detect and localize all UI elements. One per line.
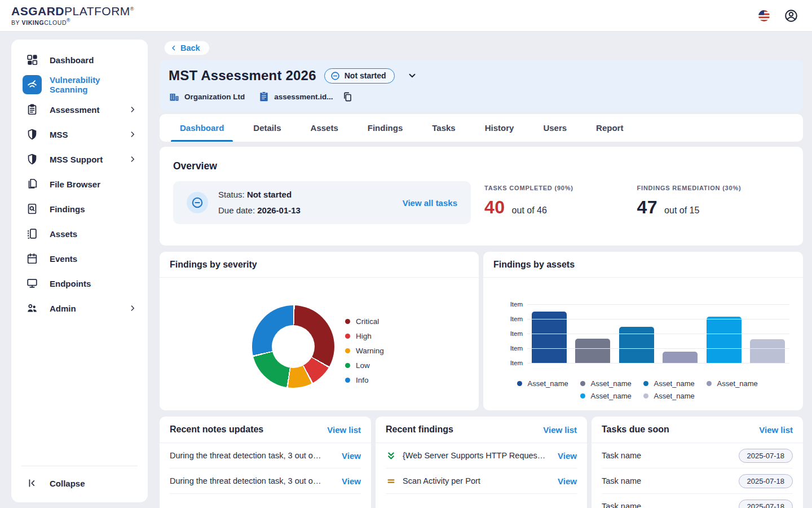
- brand-asgard: ASGARD: [11, 5, 64, 17]
- page-title: MST Assessment 2026: [169, 68, 316, 84]
- note-view-link[interactable]: View: [342, 476, 361, 486]
- tab-dashboard[interactable]: Dashboard: [165, 114, 239, 142]
- severity-medium-icon: [386, 476, 396, 486]
- sidebar-item-dashboard[interactable]: Dashboard: [17, 47, 142, 72]
- dashboard-icon: [23, 50, 42, 69]
- sidebar-item-admin[interactable]: Admin: [17, 296, 142, 321]
- tasks-view-list-link[interactable]: View list: [759, 425, 793, 435]
- asset-legend-item: Asset_name: [643, 377, 707, 389]
- events-icon: [23, 249, 42, 268]
- task-due-date-badge: 2025-07-18: [739, 500, 793, 508]
- status-panel: Status: Not started Due date: 2026-01-13…: [173, 181, 471, 224]
- stat-label: TASKS COMPLETED (90%): [484, 185, 637, 191]
- sidebar-collapse-button[interactable]: Collapse: [17, 471, 142, 496]
- note-row: During the threat detection task, 3 out …: [170, 443, 361, 468]
- sidebar-item-vulnerability-scanning[interactable]: Vulnerability Scanning: [17, 72, 142, 97]
- sidebar-item-label: Assessment: [50, 105, 121, 115]
- overview-title: Overview: [173, 160, 789, 172]
- severity-legend-item: High: [345, 329, 384, 343]
- severity-low-icon: [386, 451, 396, 461]
- back-button[interactable]: Back: [164, 41, 210, 55]
- recent-findings-card: Recent findings View list {Web Server Su…: [376, 417, 587, 508]
- task-row: Task name2025-07-18: [602, 443, 793, 468]
- stat-label: FINDINGS REMEDIATION (30%): [637, 185, 790, 191]
- y-axis-tick-label: Item: [510, 301, 523, 308]
- findings-by-severity-card: Findings by severity CriticalHighWarning…: [160, 252, 479, 410]
- finding-row: Scan Activity per PortView: [386, 468, 577, 494]
- asset-bar[interactable]: [663, 352, 698, 363]
- severity-legend-item: Warning: [345, 343, 384, 358]
- assessment-id-value: assessment.id...: [274, 93, 333, 101]
- tab-details[interactable]: Details: [239, 114, 295, 142]
- asset-legend-item: Asset_name: [580, 389, 643, 402]
- legend-dot: [517, 381, 522, 386]
- tab-findings[interactable]: Findings: [353, 114, 418, 142]
- sidebar-item-file-browser[interactable]: File Browser: [17, 172, 142, 196]
- organization-meta: Organization Ltd: [169, 91, 245, 102]
- chevron-right-icon: [129, 130, 136, 138]
- tab-users[interactable]: Users: [528, 114, 581, 142]
- task-row: Task name2025-07-18: [602, 494, 793, 508]
- sidebar-item-label: Dashboard: [50, 55, 136, 65]
- admin-icon: [23, 299, 42, 318]
- stat-tasks-completed: TASKS COMPLETED (90%) 40 out of 46: [484, 185, 637, 218]
- assets-legend: Asset_nameAsset_nameAsset_nameAsset_name…: [502, 377, 784, 402]
- assessment-id-icon: [258, 91, 270, 102]
- status-badge[interactable]: Not started: [324, 68, 395, 84]
- sidebar-item-assessment[interactable]: Assessment: [17, 97, 142, 122]
- account-icon[interactable]: [784, 8, 798, 23]
- asset-bar[interactable]: [575, 339, 610, 363]
- gridline: [527, 319, 789, 319]
- severity-donut-chart: [252, 305, 334, 388]
- legend-dot: [345, 348, 350, 353]
- tab-assets[interactable]: Assets: [296, 114, 353, 142]
- legend-dot: [345, 363, 350, 368]
- legend-label: Critical: [356, 317, 379, 326]
- language-flag-icon[interactable]: [757, 8, 771, 23]
- chevron-down-icon[interactable]: [407, 71, 417, 81]
- due-date-label: Due date:: [218, 205, 255, 215]
- sidebar-item-assets[interactable]: Assets: [17, 221, 142, 246]
- gridline: [527, 363, 789, 364]
- sidebar-divider: [21, 466, 138, 466]
- legend-label: Asset_name: [654, 392, 695, 400]
- task-row: Task name2025-07-18: [602, 468, 793, 494]
- status-badge-label: Not started: [345, 71, 386, 80]
- asset-bar[interactable]: [707, 317, 742, 363]
- recent-findings-view-list-link[interactable]: View list: [543, 425, 577, 435]
- sidebar-item-endpoints[interactable]: Endpoints: [17, 271, 142, 296]
- sidebar-item-label: Vulnerability Scanning: [50, 75, 136, 94]
- assessment-banner: MST Assessment 2026 Not started Organiza…: [160, 60, 803, 111]
- sidebar-item-label: Endpoints: [50, 279, 136, 288]
- asset-legend-item: Asset_name: [517, 377, 580, 389]
- recent-findings-title: Recent findings: [386, 424, 453, 435]
- sidebar-item-findings[interactable]: Findings: [17, 196, 142, 221]
- note-view-link[interactable]: View: [342, 451, 361, 461]
- view-all-tasks-link[interactable]: View all tasks: [403, 198, 457, 208]
- sidebar-item-events[interactable]: Events: [17, 246, 142, 271]
- sidebar-item-mss[interactable]: MSS: [17, 122, 142, 147]
- tab-report[interactable]: Report: [581, 114, 638, 142]
- finding-view-link[interactable]: View: [558, 476, 577, 486]
- organization-name: Organization Ltd: [184, 93, 245, 101]
- asset-bar[interactable]: [750, 339, 785, 363]
- legend-label: Asset_name: [591, 392, 632, 400]
- sidebar-item-mss-support[interactable]: MSS Support: [17, 147, 142, 172]
- chevron-right-icon: [129, 304, 136, 312]
- recent-notes-view-list-link[interactable]: View list: [327, 425, 361, 435]
- task-name: Task name: [602, 502, 732, 508]
- sidebar-nav-list: DashboardVulnerability ScanningAssessmen…: [17, 47, 142, 321]
- legend-dot: [643, 381, 648, 386]
- task-due-date-badge: 2025-07-18: [739, 449, 793, 463]
- tab-tasks[interactable]: Tasks: [417, 114, 470, 142]
- copy-icon[interactable]: [342, 91, 353, 102]
- asset-bar[interactable]: [619, 327, 654, 363]
- finding-text: {Web Server Supports HTTP Reques…: [403, 451, 551, 460]
- finding-view-link[interactable]: View: [558, 451, 577, 461]
- sidebar-item-label: Admin: [50, 304, 121, 313]
- severity-legend-item: Critical: [345, 314, 384, 329]
- brand-logo: ASGARDPLATFORM® BY VIKINGCLOUD®: [11, 5, 134, 26]
- tab-history[interactable]: History: [470, 114, 529, 142]
- task-name: Task name: [602, 476, 732, 485]
- assessment-icon: [23, 100, 42, 119]
